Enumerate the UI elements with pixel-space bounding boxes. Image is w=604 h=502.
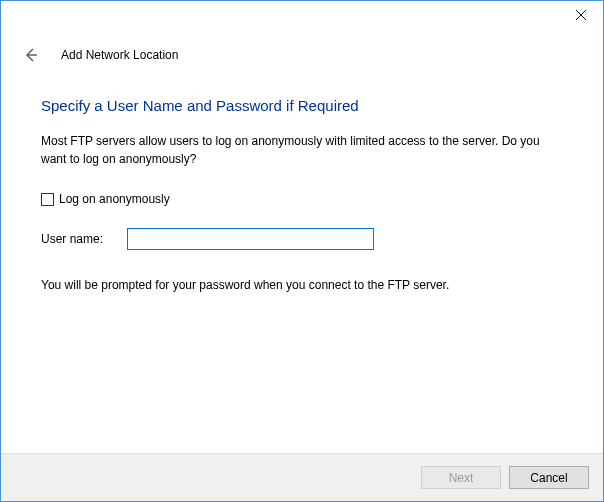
wizard-title: Add Network Location: [61, 48, 178, 62]
page-heading: Specify a User Name and Password if Requ…: [41, 97, 563, 114]
username-label: User name:: [41, 232, 127, 246]
titlebar: [1, 1, 603, 35]
close-button[interactable]: [559, 1, 603, 29]
anonymous-checkbox-row: Log on anonymously: [41, 192, 563, 206]
back-arrow-icon: [23, 47, 39, 63]
content-area: Specify a User Name and Password if Requ…: [1, 69, 603, 453]
wizard-window: Add Network Location Specify a User Name…: [0, 0, 604, 502]
cancel-button[interactable]: Cancel: [509, 466, 589, 489]
next-button[interactable]: Next: [421, 466, 501, 489]
anonymous-checkbox-label[interactable]: Log on anonymously: [59, 192, 170, 206]
description-text: Most FTP servers allow users to log on a…: [41, 132, 563, 168]
password-note: You will be prompted for your password w…: [41, 278, 563, 292]
back-button[interactable]: [21, 45, 41, 65]
username-row: User name:: [41, 228, 563, 250]
anonymous-checkbox[interactable]: [41, 193, 54, 206]
username-input[interactable]: [127, 228, 374, 250]
header-row: Add Network Location: [1, 41, 603, 69]
footer: Next Cancel: [1, 453, 603, 501]
close-icon: [576, 10, 586, 20]
